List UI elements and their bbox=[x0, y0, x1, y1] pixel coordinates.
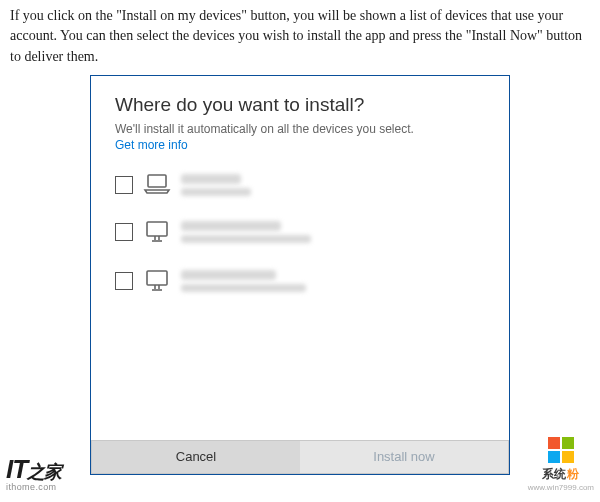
device-row bbox=[115, 174, 485, 199]
watermark-right-domain: www.win7999.com bbox=[528, 483, 594, 492]
svg-rect-5 bbox=[147, 271, 167, 285]
device-list bbox=[91, 160, 509, 440]
article-paragraph: If you click on the "Install on my devic… bbox=[0, 0, 600, 67]
laptop-icon bbox=[143, 173, 171, 199]
dialog-title: Where do you want to install? bbox=[115, 94, 485, 116]
desktop-icon bbox=[143, 269, 171, 297]
dialog-subtitle: We'll install it automatically on all th… bbox=[115, 122, 485, 136]
device-checkbox[interactable] bbox=[115, 176, 133, 194]
svg-rect-0 bbox=[148, 175, 166, 187]
device-row bbox=[115, 221, 485, 248]
device-checkbox[interactable] bbox=[115, 223, 133, 241]
more-info-link-wrap: Get more info bbox=[115, 138, 485, 152]
watermark-right-label: 系统粉 bbox=[542, 466, 579, 483]
device-label bbox=[181, 221, 311, 243]
desktop-icon bbox=[143, 220, 171, 248]
dialog-footer: Cancel Install now bbox=[91, 440, 509, 474]
device-checkbox[interactable] bbox=[115, 272, 133, 290]
install-dialog: Where do you want to install? We'll inst… bbox=[90, 75, 510, 475]
device-row bbox=[115, 270, 485, 297]
svg-rect-1 bbox=[147, 222, 167, 236]
watermark-right: 系统粉 www.win7999.com bbox=[528, 437, 594, 492]
ithome-logo: IT之家 bbox=[6, 458, 61, 480]
more-info-link[interactable]: Get more info bbox=[115, 138, 188, 152]
device-label bbox=[181, 270, 306, 292]
ithome-domain: ithome.com bbox=[6, 482, 57, 492]
watermark-left: IT之家 ithome.com bbox=[6, 458, 61, 492]
device-label bbox=[181, 174, 251, 196]
cancel-button[interactable]: Cancel bbox=[91, 440, 300, 474]
microsoft-logo-icon bbox=[548, 437, 574, 463]
dialog-header: Where do you want to install? We'll inst… bbox=[91, 76, 509, 160]
install-now-button[interactable]: Install now bbox=[300, 440, 509, 474]
screenshot-container: Where do you want to install? We'll inst… bbox=[0, 75, 600, 475]
